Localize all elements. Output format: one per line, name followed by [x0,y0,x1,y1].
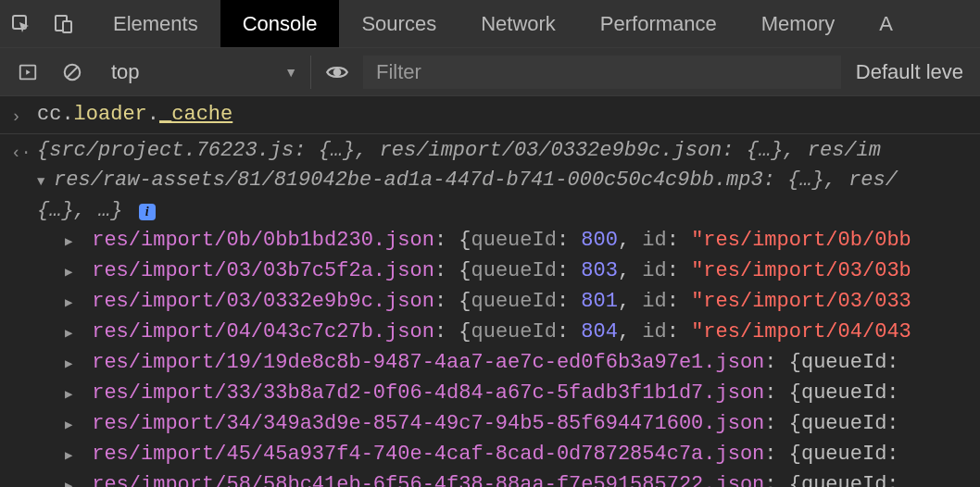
result-summary[interactable]: {src/project.76223.js: {…}, res/import/0… [37,136,974,226]
object-entry[interactable]: ▶ res/import/33/33b8a7d2-0f06-4d84-a67c-… [65,379,980,409]
tab-memory[interactable]: Memory [739,0,857,47]
object-entry[interactable]: ▶ res/import/04/043c7c27b.json: {queueId… [65,318,980,348]
entry-key: res/import/0b/0bb1bd230.json [92,229,434,252]
object-entry[interactable]: ▶ res/import/58/58bc41eb-6f56-4f38-88aa-… [65,470,980,487]
entry-key: res/import/33/33b8a7d2-0f06-4d84-a67c-5f… [92,381,764,405]
svg-point-6 [334,69,341,75]
console-toolbar: top ▼ Default leve [0,48,980,96]
expression[interactable]: cc.loader._cache [37,100,974,130]
queue-id-value: 803 [581,259,618,282]
entry-key: res/import/03/03b7c5f2a.json [92,259,434,282]
tab-application[interactable]: A [857,0,915,47]
summary-line: {src/project.76223.js: {…}, res/import/0… [37,136,974,166]
tab-console[interactable]: Console [220,0,340,47]
entry-trail: {queueId: [789,473,899,487]
info-badge-icon[interactable]: i [139,204,156,220]
entry-key: res/import/45/45a937f4-740e-4caf-8cad-0d… [92,443,764,466]
entry-key: res/import/58/58bc41eb-6f56-4f38-88aa-f7… [92,473,764,487]
prompt-icon: › [11,100,37,131]
clear-console-icon[interactable] [54,48,91,95]
sidebar-toggle-icon[interactable] [9,48,46,95]
entry-trail: {queueId: [789,351,899,374]
context-value: top [111,60,140,84]
tab-sources[interactable]: Sources [339,0,459,47]
context-selector[interactable]: top ▼ [98,56,311,89]
log-level-selector[interactable]: Default leve [848,60,971,84]
id-value: "res/import/03/03b [691,259,911,282]
result-icon: ‹· [11,136,37,168]
triangle-right-icon[interactable]: ▶ [65,288,80,318]
object-entry[interactable]: ▶ res/import/19/19de8c8b-9487-4aa7-ae7c-… [65,348,980,379]
id-value: "res/import/0b/0bb [691,229,911,252]
tabs: Elements Console Sources Network Perform… [91,0,915,47]
object-entry[interactable]: ▶ res/import/03/0332e9b9c.json: {queueId… [65,287,980,318]
triangle-right-icon[interactable]: ▶ [65,349,80,379]
console-output: › cc.loader._cache ‹· {src/project.76223… [0,96,980,487]
triangle-right-icon[interactable]: ▶ [65,471,80,487]
object-entry[interactable]: ▶ res/import/0b/0bb1bd230.json: {queueId… [65,226,980,256]
inspect-element-icon[interactable] [0,0,43,47]
entry-key: res/import/04/043c7c27b.json [92,320,434,343]
tab-elements[interactable]: Elements [91,0,220,47]
devtools-tabbar: Elements Console Sources Network Perform… [0,0,980,48]
tab-network[interactable]: Network [459,0,578,47]
object-entries: ▶ res/import/0b/0bb1bd230.json: {queueId… [0,226,980,487]
id-value: "res/import/03/033 [691,290,911,313]
svg-rect-2 [63,21,71,32]
triangle-right-icon[interactable]: ▶ [65,257,80,287]
console-result-row: ‹· {src/project.76223.js: {…}, res/impor… [0,133,980,226]
entry-key: res/import/03/0332e9b9c.json [92,290,434,313]
queue-id-value: 804 [581,320,618,343]
console-input-row: › cc.loader._cache [0,100,980,131]
filter-input[interactable] [363,56,841,89]
summary-line: ▼res/raw-assets/81/819042be-ad1a-447d-b7… [37,166,974,196]
summary-line: {…}, …} i [37,196,974,226]
triangle-right-icon[interactable]: ▶ [65,410,80,440]
chevron-down-icon: ▼ [284,65,297,80]
entry-key: res/import/34/349a3d9e-8574-49c7-94b5-85… [92,412,764,435]
object-entry[interactable]: ▶ res/import/45/45a937f4-740e-4caf-8cad-… [65,440,980,470]
object-entry[interactable]: ▶ res/import/34/349a3d9e-8574-49c7-94b5-… [65,409,980,440]
triangle-right-icon[interactable]: ▶ [65,318,80,348]
triangle-right-icon[interactable]: ▶ [65,380,80,409]
device-toolbar-icon[interactable] [43,0,85,47]
eye-icon[interactable] [319,48,356,95]
queue-id-value: 801 [581,290,618,313]
tab-performance[interactable]: Performance [578,0,739,47]
triangle-down-icon[interactable]: ▼ [37,167,52,196]
queue-id-value: 800 [581,229,618,252]
triangle-right-icon[interactable]: ▶ [65,441,80,470]
entry-trail: {queueId: [789,381,899,405]
object-entry[interactable]: ▶ res/import/03/03b7c5f2a.json: {queueId… [65,256,980,287]
entry-trail: {queueId: [789,443,899,466]
entry-key: res/import/19/19de8c8b-9487-4aa7-ae7c-ed… [92,351,764,374]
triangle-right-icon[interactable]: ▶ [65,227,80,256]
svg-line-5 [68,67,78,77]
entry-trail: {queueId: [789,412,899,435]
id-value: "res/import/04/043 [691,320,911,343]
